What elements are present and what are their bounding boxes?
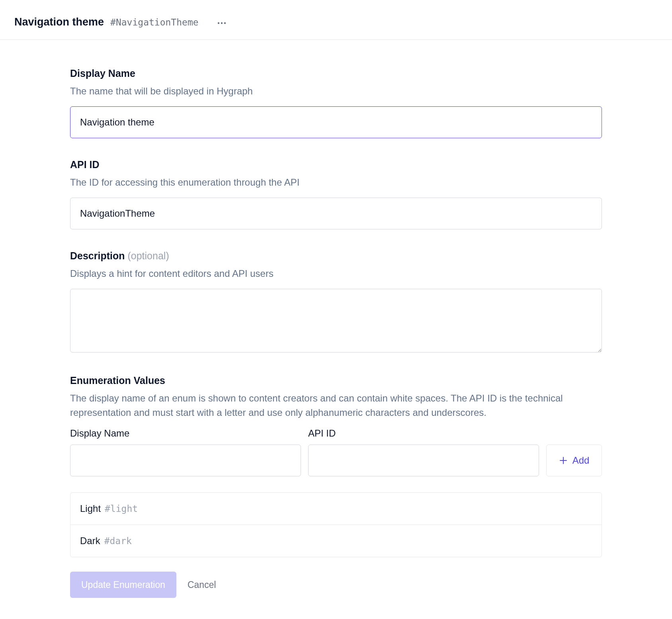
enum-value-id: #light: [105, 503, 138, 514]
field-display-name: Display Name The name that will be displ…: [70, 68, 602, 138]
svg-point-1: [221, 22, 222, 24]
description-optional-text: (optional): [127, 250, 169, 261]
description-label-text: Description: [70, 250, 127, 261]
enum-value-name: Dark: [80, 535, 100, 547]
enum-api-id-input[interactable]: [308, 445, 539, 476]
svg-point-2: [224, 22, 225, 24]
enum-api-id-col: API ID: [308, 428, 539, 476]
add-enum-value-button[interactable]: Add: [546, 445, 602, 476]
api-id-label: API ID: [70, 159, 602, 170]
page-header: Navigation theme #NavigationTheme: [0, 0, 672, 40]
form-content: Display Name The name that will be displ…: [70, 40, 602, 619]
field-description: Description (optional) Displays a hint f…: [70, 250, 602, 354]
description-input[interactable]: [70, 289, 602, 353]
field-enum-values: Enumeration Values The display name of a…: [70, 375, 602, 598]
api-id-input[interactable]: [70, 198, 602, 229]
add-enum-value-label: Add: [572, 455, 590, 466]
enum-values-list: Light #light Dark #dark: [70, 492, 602, 557]
display-name-input[interactable]: [70, 106, 602, 138]
enum-inputs-row: Display Name API ID Add: [70, 428, 602, 476]
display-name-label: Display Name: [70, 68, 602, 79]
enum-value-id: #dark: [104, 536, 132, 546]
cancel-button[interactable]: Cancel: [188, 580, 216, 590]
enum-value-row[interactable]: Light #light: [70, 493, 602, 525]
form-actions: Update Enumeration Cancel: [70, 572, 602, 598]
enum-value-name: Light: [80, 503, 101, 514]
enum-add-col: Add: [546, 428, 602, 476]
enum-add-col-spacer: [546, 428, 602, 439]
plus-icon: [559, 456, 568, 465]
svg-point-0: [217, 22, 219, 24]
description-help: Displays a hint for content editors and …: [70, 266, 602, 281]
api-id-help: The ID for accessing this enumeration th…: [70, 175, 602, 190]
display-name-help: The name that will be displayed in Hygra…: [70, 84, 602, 98]
field-api-id: API ID The ID for accessing this enumera…: [70, 159, 602, 229]
enum-api-id-col-label: API ID: [308, 428, 539, 439]
enum-display-name-col: Display Name: [70, 428, 301, 476]
more-options-button[interactable]: [216, 17, 227, 28]
more-horizontal-icon: [217, 19, 226, 26]
enum-values-title: Enumeration Values: [70, 375, 602, 386]
enum-values-help: The display name of an enum is shown to …: [70, 391, 602, 420]
page-api-id-hash: #NavigationTheme: [110, 17, 199, 27]
enum-display-name-col-label: Display Name: [70, 428, 301, 439]
enum-display-name-input[interactable]: [70, 445, 301, 476]
description-label: Description (optional): [70, 250, 602, 262]
page-title: Navigation theme: [14, 16, 104, 28]
update-enumeration-button[interactable]: Update Enumeration: [70, 572, 176, 598]
enum-value-row[interactable]: Dark #dark: [70, 525, 602, 557]
